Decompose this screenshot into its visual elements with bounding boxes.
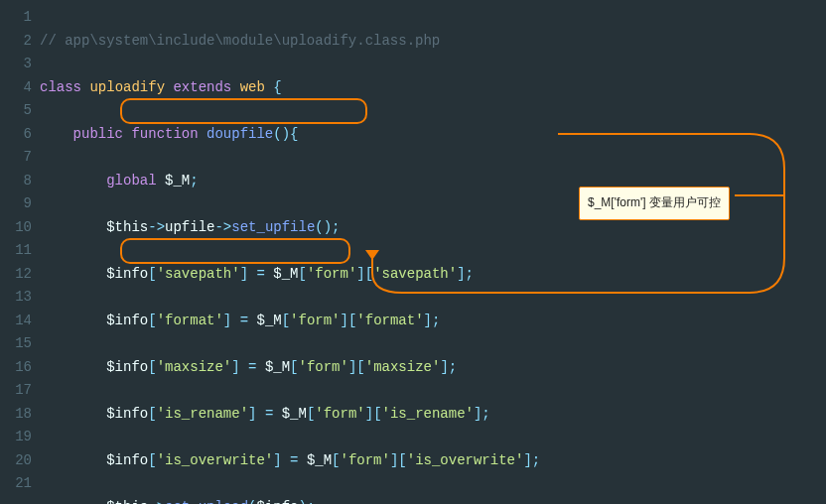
code-line: $info['is_overwrite'] = $_M['form']['is_… xyxy=(40,449,540,473)
line-number: 3 xyxy=(0,53,32,76)
line-number: 15 xyxy=(0,332,32,356)
line-number: 6 xyxy=(0,123,32,147)
function-name: doupfile xyxy=(206,126,273,142)
line-number-gutter: 1 2 3 4 5 6 7 8 9 10 11 12 13 14 15 16 1… xyxy=(0,6,40,504)
line-number: 9 xyxy=(0,192,32,216)
line-number: 5 xyxy=(0,99,32,123)
code-editor: 1 2 3 4 5 6 7 8 9 10 11 12 13 14 15 16 1… xyxy=(0,0,826,504)
prop-upfile: upfile xyxy=(165,219,214,235)
keyword-class: class xyxy=(40,79,81,95)
var-info: $info xyxy=(256,499,298,505)
code-line: $this->set_upload($info); xyxy=(40,496,540,505)
var-m: $_M xyxy=(282,406,307,422)
code-line: // app\system\include\module\uploadify.c… xyxy=(40,30,540,54)
line-number: 21 xyxy=(0,472,32,496)
annotation-text: $_M['form'] 变量用户可控 xyxy=(588,195,721,209)
line-number: 11 xyxy=(0,239,32,263)
code-content: // app\system\include\module\uploadify.c… xyxy=(40,6,540,504)
parent-class: web xyxy=(240,79,265,95)
var-info: $info xyxy=(106,452,148,468)
key: 'is_overwrite' xyxy=(407,452,524,468)
key: 'is_overwrite' xyxy=(157,452,274,468)
code-line: $info['format'] = $_M['form']['format']; xyxy=(40,310,540,333)
key: 'savepath' xyxy=(373,266,457,282)
var-info: $info xyxy=(106,266,148,282)
var-info: $info xyxy=(106,406,148,422)
key: 'is_rename' xyxy=(157,406,248,422)
var-m: $_M xyxy=(265,359,290,375)
var-info: $info xyxy=(106,313,148,328)
line-number: 16 xyxy=(0,356,32,380)
key: 'savepath' xyxy=(157,266,240,282)
var-m: $_M xyxy=(165,173,190,189)
key: 'format' xyxy=(157,313,223,328)
key: 'form' xyxy=(290,313,340,328)
line-number: 20 xyxy=(0,449,32,473)
comment: // app\system\include\module\uploadify.c… xyxy=(40,33,440,49)
line-number: 17 xyxy=(0,379,32,403)
key: 'form' xyxy=(315,406,364,422)
keyword-global: global xyxy=(106,173,156,189)
call-set-upfile: set_upfile xyxy=(231,219,315,235)
code-line: $info['maxsize'] = $_M['form']['maxsize'… xyxy=(40,356,540,380)
key: 'is_rename' xyxy=(382,406,474,422)
code-line: class uploadify extends web { xyxy=(40,76,540,100)
keyword-public: public xyxy=(73,126,123,142)
line-number: 12 xyxy=(0,263,32,287)
code-line: $info['is_rename'] = $_M['form']['is_ren… xyxy=(40,403,540,427)
var-m: $_M xyxy=(256,313,281,328)
line-number: 8 xyxy=(0,170,32,193)
line-number: 7 xyxy=(0,146,32,170)
var-this: $this xyxy=(106,219,148,235)
line-number: 13 xyxy=(0,286,32,310)
key: 'form' xyxy=(341,452,390,468)
line-number: 4 xyxy=(0,76,32,100)
class-name: uploadify xyxy=(89,79,165,95)
call-set-upload: set_upload xyxy=(165,499,248,505)
keyword-extends: extends xyxy=(173,79,231,95)
code-line: $info['savepath'] = $_M['form']['savepat… xyxy=(40,263,540,287)
line-number: 1 xyxy=(0,6,32,30)
annotation-user-controlled: $_M['form'] 变量用户可控 xyxy=(579,187,730,220)
keyword-function: function xyxy=(131,126,198,142)
line-number: 10 xyxy=(0,216,32,240)
key: 'maxsize' xyxy=(365,359,441,375)
var-m: $_M xyxy=(273,266,298,282)
var-m: $_M xyxy=(307,452,332,468)
code-line: global $_M; xyxy=(40,170,540,193)
key: 'form' xyxy=(299,359,348,375)
line-number: 19 xyxy=(0,426,32,449)
line-number: 14 xyxy=(0,310,32,333)
line-number: 18 xyxy=(0,403,32,427)
var-this: $this xyxy=(106,499,148,505)
var-info: $info xyxy=(106,359,148,375)
code-line: public function doupfile(){ xyxy=(40,123,540,147)
code-line: $this->upfile->set_upfile(); xyxy=(40,216,540,240)
key: 'format' xyxy=(356,313,423,328)
line-number: 2 xyxy=(0,30,32,54)
key: 'maxsize' xyxy=(157,359,232,375)
key: 'form' xyxy=(307,266,356,282)
